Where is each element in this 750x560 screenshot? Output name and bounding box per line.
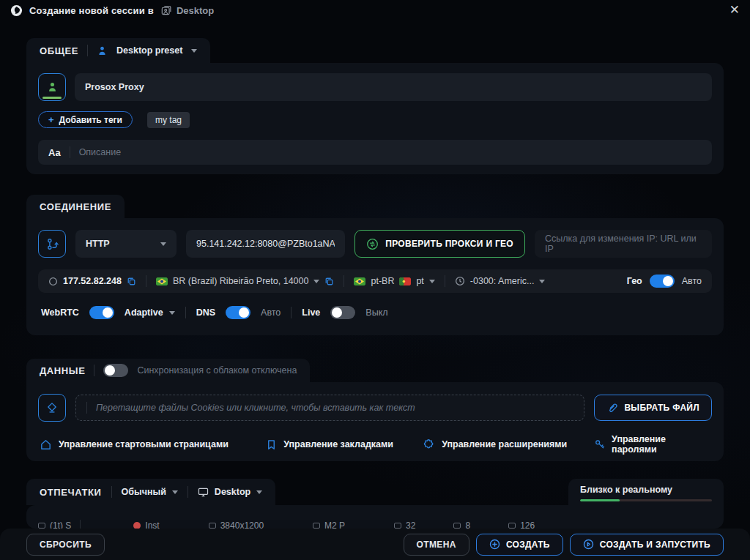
stat-item[interactable]: M2 P — [313, 520, 345, 529]
divider — [87, 45, 88, 56]
fingerprint-platform-select[interactable]: Desktop — [198, 487, 262, 497]
cookies-drop-area[interactable]: Перетащите файлы Cookies или кликните, ч… — [75, 395, 584, 421]
cancel-button[interactable]: ОТМЕНА — [404, 534, 469, 556]
cloud-sync-label: Синхронизация с облаком отключена — [137, 365, 297, 376]
live-toggle[interactable] — [330, 306, 355, 319]
manage-passwords-link[interactable]: Управление паролями — [594, 434, 710, 455]
app-logo-icon — [10, 4, 23, 17]
proxy-icon[interactable] — [38, 230, 66, 258]
dns-toggle[interactable] — [226, 306, 250, 319]
webrtc-mode-select[interactable]: Adaptive — [125, 307, 175, 318]
proxy-input[interactable] — [186, 230, 345, 258]
stat-item[interactable]: 3840x1200 — [209, 520, 264, 529]
ip-change-input[interactable]: Ссылка для изменения IP: URL или IP — [535, 230, 712, 258]
connection-section: СОЕДИНЕНИЕ HTTP ПРОВЕРИТЬ ПРОКСИ И ГЕО — [26, 195, 724, 335]
description-placeholder: Описание — [79, 147, 122, 157]
brazil-flag-icon — [156, 277, 168, 285]
divider — [445, 275, 445, 287]
bookmark-icon — [266, 439, 277, 450]
add-tags-button[interactable]: + Добавить теги — [38, 111, 133, 128]
plus-icon: + — [48, 114, 54, 125]
timezone-label: -0300: Americ... — [470, 276, 535, 286]
fingerprint-platform-label: Desktop — [215, 487, 250, 497]
geo-auto-toggle[interactable] — [650, 275, 675, 288]
description-field[interactable]: Aa Описание — [38, 140, 712, 165]
stat-item[interactable]: (1t) S — [38, 520, 71, 529]
fingerprint-stats-row: (1t) S Inst 3840x1200 M2 P 32 8 126 — [38, 520, 712, 529]
divider — [80, 520, 81, 529]
portugal-flag-icon — [399, 277, 411, 285]
divider — [70, 146, 70, 158]
stat-item[interactable]: Inst — [133, 520, 159, 529]
dns-mode-label: Авто — [261, 307, 281, 318]
tab-data[interactable]: ДАННЫЕ — [40, 365, 85, 376]
create-and-run-button[interactable]: СОЗДАТЬ И ЗАПУСТИТЬ — [570, 534, 724, 556]
monitor-icon — [198, 488, 209, 497]
window-header: Создание новой сессии в Desktop ✕ — [0, 0, 750, 20]
divider — [344, 275, 344, 287]
copy-icon[interactable] — [127, 277, 136, 286]
create-and-run-label: СОЗДАТЬ И ЗАПУСТИТЬ — [600, 540, 710, 550]
footer-bar: СБРОСИТЬ ОТМЕНА СОЗДАТЬ СОЗДАТЬ И ЗАПУСТ… — [0, 529, 750, 560]
geo-location[interactable]: BR (Brazil) Ribeirão Preto, 14000 — [156, 276, 335, 286]
divider — [188, 486, 188, 498]
create-button[interactable]: СОЗДАТЬ — [476, 534, 563, 556]
reset-button[interactable]: СБРОСИТЬ — [26, 534, 105, 556]
language-selector[interactable]: pt-BR pt — [354, 276, 434, 286]
live-mode-label: Выкл — [365, 307, 387, 318]
divider — [111, 486, 112, 498]
check-proxy-label: ПРОВЕРИТЬ ПРОКСИ И ГЕО — [385, 239, 513, 249]
protocol-select[interactable]: HTTP — [75, 230, 177, 258]
copy-icon[interactable] — [324, 277, 334, 286]
choose-file-label: ВЫБРАТЬ ФАЙЛ — [624, 403, 699, 413]
ram-icon — [394, 523, 401, 529]
stat-item[interactable]: 126 — [508, 520, 535, 529]
add-tags-label: Добавить теги — [59, 115, 122, 125]
manage-extensions-link[interactable]: Управление расширениями — [423, 438, 593, 451]
language-secondary: pt — [416, 276, 423, 286]
chevron-down-icon[interactable] — [191, 49, 197, 53]
link-label: Управление расширениями — [442, 439, 567, 449]
tag-chip[interactable]: my tag — [147, 112, 190, 128]
fingerprint-type-select[interactable]: Обычный — [122, 487, 178, 497]
cloud-sync-toggle[interactable] — [103, 364, 128, 377]
choose-file-button[interactable]: ВЫБРАТЬ ФАЙЛ — [594, 395, 712, 421]
stat-item[interactable]: 8 — [453, 520, 470, 529]
manage-start-pages-link[interactable]: Управление стартовыми страницами — [40, 438, 266, 451]
cores-icon — [453, 523, 461, 529]
paperclip-icon — [606, 402, 618, 414]
manage-bookmarks-link[interactable]: Управление закладками — [266, 439, 423, 450]
avatar[interactable] — [38, 73, 66, 101]
chevron-down-icon — [256, 490, 262, 494]
realism-indicator: Близко к реальному — [568, 479, 724, 505]
tab-connection[interactable]: СОЕДИНЕНИЕ — [40, 201, 111, 212]
tab-fingerprints[interactable]: ОТПЕЧАТКИ — [40, 487, 102, 498]
timezone-selector[interactable]: -0300: Americ... — [455, 276, 546, 286]
cookie-icon[interactable] — [38, 394, 66, 422]
divider — [86, 402, 87, 414]
stat-item[interactable]: 32 — [394, 520, 415, 529]
check-proxy-button[interactable]: ПРОВЕРИТЬ ПРОКСИ И ГЕО — [354, 230, 525, 258]
link-label: Управление стартовыми страницами — [59, 439, 229, 449]
tab-general[interactable]: ОБЩЕЕ — [40, 45, 78, 56]
session-name-input[interactable] — [75, 73, 712, 101]
ip-status-icon — [48, 277, 58, 286]
stat-icon — [38, 523, 45, 529]
geo-location-label: BR (Brazil) Ribeirão Preto, 14000 — [173, 276, 309, 286]
webrtc-label: WebRTC — [41, 307, 79, 318]
dns-label: DNS — [196, 307, 215, 318]
divider — [185, 307, 186, 318]
home-icon — [40, 438, 52, 451]
clock-icon — [455, 276, 465, 286]
preset-person-icon — [97, 45, 108, 56]
webrtc-toggle[interactable] — [89, 306, 114, 319]
avatar-underline — [42, 97, 62, 99]
geo-info-bar: 177.52.82.248 BR (Brazil) Ribeirão Preto… — [38, 269, 712, 293]
chevron-down-icon — [172, 490, 178, 494]
fingerprints-card: (1t) S Inst 3840x1200 M2 P 32 8 126 — [26, 505, 724, 529]
preset-selector[interactable]: Desktop preset — [116, 45, 182, 56]
close-icon[interactable]: ✕ — [729, 4, 740, 17]
data-section: ДАННЫЕ Синхронизация с облаком отключена… — [26, 359, 724, 461]
external-ip: 177.52.82.248 — [63, 276, 122, 286]
reset-label: СБРОСИТЬ — [40, 540, 92, 550]
